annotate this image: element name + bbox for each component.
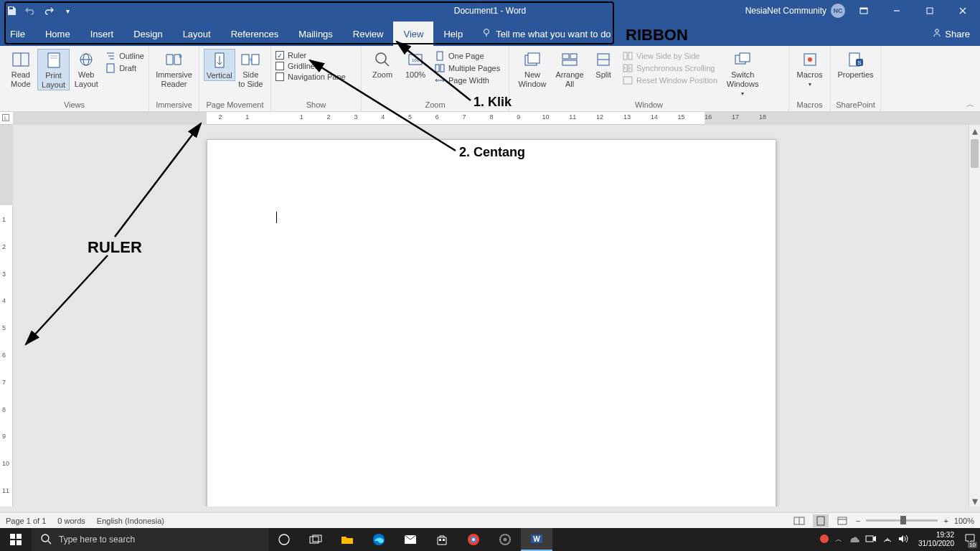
print-layout-view-icon[interactable] — [813, 514, 829, 527]
tell-me-search[interactable]: Tell me what you want to do — [473, 22, 619, 46]
svg-point-68 — [472, 538, 475, 541]
svg-point-73 — [820, 534, 829, 543]
cortana-icon[interactable] — [268, 528, 300, 551]
undo-icon[interactable] — [24, 5, 36, 17]
ribbon-display-options-icon[interactable] — [849, 0, 878, 22]
scroll-down-icon[interactable]: ▾ — [969, 495, 980, 507]
group-window-label: Window — [509, 99, 788, 111]
taskbar-search[interactable]: Type here to search — [32, 528, 268, 551]
properties-button[interactable]: SProperties — [835, 49, 876, 80]
svg-rect-54 — [17, 534, 22, 539]
draft-button[interactable]: Draft — [105, 63, 144, 73]
svg-rect-9 — [48, 53, 60, 67]
tab-view[interactable]: View — [393, 22, 433, 46]
store-icon[interactable] — [426, 528, 458, 551]
chrome-icon[interactable] — [458, 528, 489, 551]
save-icon[interactable] — [6, 5, 17, 17]
word-count[interactable]: 0 words — [57, 517, 85, 525]
multiple-pages-label: Multiple Pages — [448, 64, 500, 72]
mail-icon[interactable] — [395, 528, 426, 551]
horizontal-ruler[interactable]: L 21123456789101112131415161718 — [0, 112, 980, 125]
minimize-button[interactable] — [882, 0, 911, 22]
account-avatar[interactable]: NC — [831, 4, 845, 18]
read-mode-button[interactable]: Read Mode — [4, 49, 37, 89]
tab-review[interactable]: Review — [343, 22, 394, 46]
taskbar-time: 19:32 — [918, 531, 954, 540]
search-icon — [40, 533, 52, 547]
navigation-pane-checkbox[interactable]: Navigation Pane — [275, 72, 346, 81]
share-icon — [932, 28, 942, 40]
share-button[interactable]: Share — [922, 22, 980, 46]
web-layout-view-icon[interactable] — [834, 514, 850, 527]
tab-help[interactable]: Help — [433, 22, 473, 46]
zoom-100-button[interactable]: 100100% — [399, 49, 432, 80]
zoom-slider[interactable] — [866, 519, 938, 522]
tab-selector-icon[interactable]: L — [2, 114, 9, 121]
edge-icon[interactable] — [363, 528, 395, 551]
lightbulb-icon — [481, 28, 491, 40]
tray-app-icon[interactable] — [819, 534, 829, 546]
word-taskbar-icon[interactable]: W — [521, 528, 552, 551]
immersive-reader-button[interactable]: Immersive Reader — [154, 49, 194, 89]
tab-file[interactable]: File — [0, 22, 35, 46]
close-button[interactable] — [948, 0, 977, 22]
redo-icon[interactable] — [43, 5, 55, 17]
language-status[interactable]: English (Indonesia) — [97, 517, 164, 525]
vertical-ruler[interactable]: 1234567891011 — [0, 125, 13, 507]
tab-references[interactable]: References — [221, 22, 288, 46]
web-layout-button[interactable]: Web Layout — [70, 49, 103, 89]
page-width-button[interactable]: Page Width — [435, 75, 500, 85]
action-center-icon[interactable]: 10 — [964, 533, 976, 547]
group-zoom: Zoom 100100% One Page Multiple Pages Pag… — [362, 46, 509, 111]
new-window-button[interactable]: New Window — [514, 49, 551, 89]
zoom-level[interactable]: 100% — [954, 517, 974, 525]
zoom-button[interactable]: Zoom — [366, 49, 399, 80]
document-area[interactable] — [13, 125, 969, 507]
scroll-up-icon[interactable]: ▴ — [969, 125, 980, 136]
tray-onedrive-icon[interactable] — [848, 534, 859, 545]
gridlines-checkbox[interactable]: Gridlines — [275, 62, 346, 70]
one-page-label: One Page — [448, 52, 484, 60]
task-view-icon[interactable] — [300, 528, 331, 551]
vertical-scrollbar[interactable]: ▴ ▾ — [969, 125, 980, 507]
tab-layout[interactable]: Layout — [173, 22, 221, 46]
scrollbar-thumb[interactable] — [971, 139, 979, 168]
one-page-button[interactable]: One Page — [435, 51, 500, 61]
settings-icon[interactable] — [489, 528, 521, 551]
tray-meet-now-icon[interactable] — [865, 534, 877, 545]
tray-volume-icon[interactable] — [898, 534, 908, 545]
zoom-out-button[interactable]: − — [856, 517, 860, 525]
svg-point-4 — [484, 29, 489, 34]
qat-customize-icon[interactable]: ▾ — [62, 5, 73, 17]
split-button[interactable]: Split — [588, 49, 618, 80]
zoom-in-button[interactable]: + — [943, 517, 948, 525]
outline-button[interactable]: Outline — [105, 51, 144, 61]
start-button[interactable] — [0, 528, 32, 551]
multiple-pages-button[interactable]: Multiple Pages — [435, 63, 500, 73]
group-macros: Macros▾ Macros — [789, 46, 831, 111]
switch-windows-button[interactable]: Switch Windows▾ — [722, 49, 763, 98]
collapse-ribbon-icon[interactable]: ︿ — [966, 99, 974, 110]
taskbar-clock[interactable]: 19:32 31/10/2020 — [914, 531, 958, 548]
document-page[interactable] — [207, 139, 776, 507]
tray-chevron-icon[interactable]: ︿ — [835, 534, 842, 545]
ruler-checkbox[interactable]: Ruler — [275, 51, 346, 60]
arrange-all-button[interactable]: Arrange All — [551, 49, 588, 89]
page-count[interactable]: Page 1 of 1 — [6, 517, 46, 525]
account-name[interactable]: NesiaNet Community — [745, 6, 826, 16]
maximize-button[interactable] — [915, 0, 944, 22]
file-explorer-icon[interactable] — [331, 528, 363, 551]
tray-network-icon[interactable] — [882, 534, 892, 545]
svg-rect-65 — [443, 539, 445, 541]
tab-home[interactable]: Home — [35, 22, 80, 46]
read-mode-view-icon[interactable] — [791, 514, 807, 527]
tab-design[interactable]: Design — [123, 22, 172, 46]
tab-mailings[interactable]: Mailings — [288, 22, 343, 46]
svg-rect-61 — [313, 535, 321, 542]
macros-button[interactable]: Macros▾ — [793, 49, 826, 88]
side-to-side-button[interactable]: Side to Side — [235, 49, 266, 89]
svg-rect-1 — [860, 8, 867, 9]
vertical-button[interactable]: Vertical — [204, 49, 235, 81]
tab-insert[interactable]: Insert — [80, 22, 124, 46]
print-layout-button[interactable]: Print Layout — [37, 49, 70, 90]
